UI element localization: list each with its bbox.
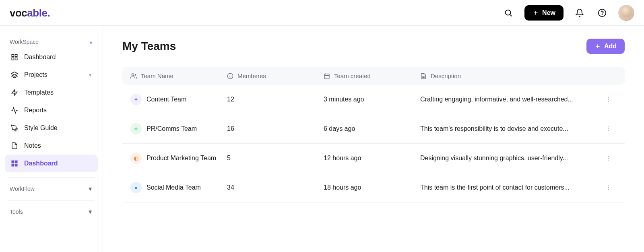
sidebar-item-label: Reports [24,107,47,114]
pencil-icon [10,124,19,132]
help-icon[interactable] [596,6,609,19]
column-header-description: Description [420,72,601,79]
svg-rect-9 [15,58,17,60]
chevron-down-icon: ▼ [87,186,93,192]
plus-icon [533,10,539,16]
main-content: My Teams Add Team Name Memberes Team cre… [103,26,644,252]
team-name-cell: ✦ Content Team [130,94,227,105]
team-description: Crafting engaging, informative, and well… [420,96,601,103]
team-name-cell: ✧ PR/Comms Team [130,123,227,134]
bell-icon[interactable] [573,6,586,19]
divider [8,177,95,178]
lightning-icon [10,89,19,97]
svg-point-36 [608,160,609,161]
sidebar-section-label: WorkSpace [10,39,39,45]
team-icon: ◐ [130,153,142,164]
divider [8,200,95,200]
svg-point-29 [608,99,609,100]
layers-icon [10,71,19,79]
sidebar-item-label: Dashboard [24,54,56,61]
table-header: Team Name Memberes Team created Descript… [122,67,625,85]
sidebar-item-label: Dashboard [24,160,58,167]
file-icon [10,142,19,150]
svg-point-31 [608,126,609,127]
more-icon[interactable] [601,155,617,161]
more-icon[interactable] [601,96,617,103]
team-created: 3 minutes ago [324,96,420,103]
sidebar-section-workspace[interactable]: WorkSpace ▲ [5,35,98,48]
sidebar-item-styleguide[interactable]: Style Guide [5,119,98,137]
team-members: 12 [227,96,324,103]
svg-marker-11 [12,90,17,96]
team-description: Designing visually stunning graphics, us… [420,155,601,162]
svg-point-35 [608,158,609,159]
svg-point-38 [608,187,609,188]
svg-rect-13 [15,161,17,163]
sidebar-item-dashboard-active[interactable]: Dashboard [5,155,98,172]
svg-point-33 [608,130,609,131]
sidebar-section-label: Tools [10,209,23,215]
more-icon[interactable] [601,184,617,191]
team-icon: ✧ [130,123,142,134]
sidebar-section-workflow[interactable]: WorkFlow ▼ [5,182,98,195]
column-header-created: Team created [324,72,420,79]
sidebar-section-tools[interactable]: Tools ▼ [5,205,98,218]
sidebar-item-templates[interactable]: Templates [5,84,98,101]
svg-rect-7 [15,54,17,56]
add-button-label: Add [604,43,617,50]
svg-point-37 [608,185,609,186]
svg-point-30 [608,101,609,102]
team-description: This team's responsibility is to devise … [420,125,601,132]
team-icon: ✦ [130,94,142,105]
sidebar-item-reports[interactable]: Reports [5,101,98,119]
team-created: 18 hours ago [324,184,420,191]
sidebar-item-projects[interactable]: Projects ▼ [5,66,98,84]
sidebar-item-dashboard[interactable]: Dashboard [5,48,98,66]
team-members: 5 [227,155,324,162]
team-created: 6 days ago [324,125,420,132]
calendar-icon [324,73,330,79]
svg-point-19 [227,73,233,78]
users-icon [130,73,137,79]
team-name-cell: ● Social Media Team [130,182,227,193]
chevron-down-icon: ▼ [88,73,92,77]
logo[interactable]: vocable. [10,6,50,19]
table-row[interactable]: ✧ PR/Comms Team 16 6 days ago This team'… [122,114,625,144]
new-button[interactable]: New [524,5,564,21]
svg-rect-8 [12,58,14,60]
grid-icon [10,159,19,167]
avatar[interactable] [618,5,634,21]
more-icon[interactable] [601,126,617,132]
table-row[interactable]: ✦ Content Team 12 3 minutes ago Crafting… [122,85,625,114]
column-header-members: Memberes [227,72,324,79]
sidebar: WorkSpace ▲ Dashboard Projects ▼ [0,26,103,252]
page-header: My Teams Add [122,39,625,54]
team-name-cell: ◐ Product Marketing Team [130,153,227,164]
search-icon[interactable] [502,6,515,19]
team-members: 16 [227,125,324,132]
table-row[interactable]: ● Social Media Team 34 18 hours ago This… [122,173,625,202]
svg-rect-15 [15,164,17,166]
svg-point-0 [506,10,511,15]
page-title: My Teams [122,40,176,53]
team-name: PR/Comms Team [147,125,197,132]
header-actions: New [502,5,634,21]
team-created: 12 hours ago [324,155,420,162]
add-button[interactable]: Add [586,39,625,54]
svg-point-39 [608,189,609,190]
team-icon: ● [130,182,142,193]
svg-rect-14 [12,164,14,166]
table-row[interactable]: ◐ Product Marketing Team 5 12 hours ago … [122,144,625,173]
sidebar-item-notes[interactable]: Notes [5,137,98,155]
chevron-down-icon: ▼ [87,209,93,215]
new-button-label: New [542,9,555,17]
activity-icon [10,106,19,114]
team-name: Product Marketing Team [147,155,216,162]
app-header: vocable. New [0,0,644,26]
sidebar-item-label: Projects [24,71,47,78]
column-header-name: Team Name [130,72,227,79]
svg-point-18 [132,74,134,76]
svg-line-1 [510,14,512,16]
sidebar-section-label: WorkFlow [10,186,35,192]
svg-point-34 [608,156,609,157]
